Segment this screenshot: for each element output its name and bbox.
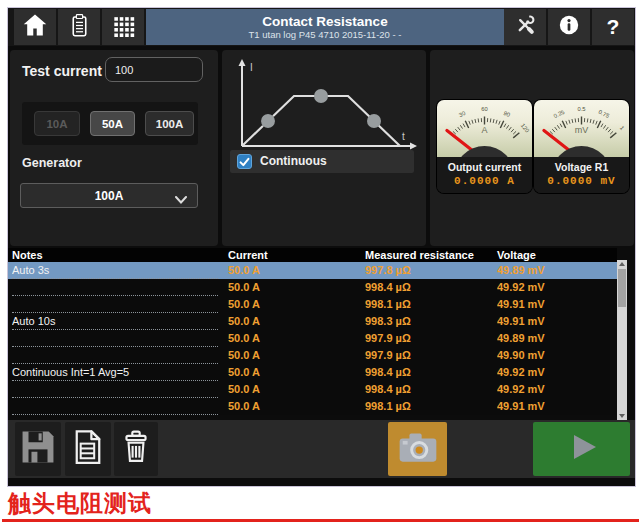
svg-text:30: 30: [458, 110, 466, 118]
page-subtitle: T1 utan log P45 4710 2015-11-20 - -: [249, 29, 402, 40]
cell-current: 50.0 A: [228, 279, 365, 296]
gauge-name: Voltage R1: [534, 161, 629, 174]
cell-resistance: 997.8 µΩ: [365, 262, 497, 279]
svg-text:1: 1: [619, 125, 626, 131]
screenshot-button[interactable]: [388, 422, 447, 476]
scroll-up-icon[interactable]: [617, 260, 627, 268]
column-header-notes: Notes: [12, 248, 228, 262]
preset-button-50a[interactable]: 50A: [90, 111, 135, 136]
cell-current: 50.0 A: [228, 296, 365, 313]
cell-resistance: 997.9 µΩ: [365, 347, 497, 364]
home-icon: [22, 12, 48, 42]
page-title: Contact Resistance: [262, 14, 387, 29]
report-button[interactable]: [65, 422, 111, 476]
column-header-current: Current: [228, 248, 365, 262]
check-icon: [239, 157, 250, 167]
cell-voltage: 49.89 mV: [497, 262, 617, 279]
preset-group: 10A 50A 100A: [22, 102, 198, 145]
cell-current: 50.0 A: [228, 347, 365, 364]
generator-selected-value: 100A: [95, 189, 124, 203]
camera-icon: [396, 427, 440, 471]
menu-button[interactable]: [102, 9, 144, 45]
cell-notes: [12, 330, 218, 347]
info-button[interactable]: [548, 9, 590, 45]
cell-voltage: 49.91 mV: [497, 296, 617, 313]
caption-underline: [2, 519, 639, 522]
app-screenshot: Contact Resistance T1 utan log P45 4710 …: [8, 8, 635, 486]
cell-current: 50.0 A: [228, 364, 365, 381]
cell-current: 50.0 A: [228, 330, 365, 347]
preset-button-100a[interactable]: 100A: [145, 111, 194, 136]
table-row[interactable]: Continuous Int=1 Avg=5 50.0 A 998.4 µΩ 4…: [8, 364, 617, 381]
table-row[interactable]: 50.0 A 997.9 µΩ 49.89 mV: [8, 330, 617, 347]
bottom-toolbar: [8, 420, 635, 478]
cell-notes: [12, 398, 218, 415]
svg-text:0.25: 0.25: [553, 109, 566, 119]
home-button[interactable]: [14, 9, 56, 45]
table-row[interactable]: 50.0 A 998.4 µΩ 49.92 mV: [8, 381, 617, 398]
test-current-panel: Test current 10A 50A 100A Generator 100A: [10, 50, 218, 246]
cell-current: 50.0 A: [228, 381, 365, 398]
trash-icon: [119, 426, 153, 472]
cell-voltage: 49.91 mV: [497, 313, 617, 330]
svg-text:0.75: 0.75: [598, 109, 611, 119]
settings-button[interactable]: [504, 9, 546, 45]
scroll-down-icon[interactable]: [617, 412, 627, 420]
save-button[interactable]: [15, 422, 61, 476]
cell-voltage: 49.92 mV: [497, 364, 617, 381]
table-row[interactable]: Auto 10s 50.0 A 998.3 µΩ 49.91 mV: [8, 313, 617, 330]
scrollbar-thumb[interactable]: [618, 269, 626, 307]
cell-resistance: 998.1 µΩ: [365, 398, 497, 415]
continuous-label: Continuous: [260, 154, 327, 168]
test-current-label: Test current: [22, 63, 102, 79]
generator-label: Generator: [22, 156, 82, 170]
notes-button[interactable]: [58, 9, 100, 45]
svg-text:120: 120: [520, 122, 531, 133]
column-header-voltage: Voltage: [497, 248, 617, 262]
cell-resistance: 997.9 µΩ: [365, 330, 497, 347]
generator-dropdown[interactable]: 100A: [20, 183, 198, 208]
start-button[interactable]: [533, 422, 630, 476]
table-row[interactable]: 50.0 A 997.9 µΩ 49.90 mV: [8, 347, 617, 364]
gauge-dial: 0.250.50.751mV: [534, 100, 629, 157]
gauge-value: 0.0000 mV: [534, 174, 629, 188]
cell-notes: Auto 10s: [12, 313, 218, 330]
column-header-resistance: Measured resistance: [365, 248, 497, 262]
results-table-header: Notes Current Measured resistance Voltag…: [8, 248, 617, 262]
cell-voltage: 49.90 mV: [497, 347, 617, 364]
preset-button-10a[interactable]: 10A: [34, 111, 80, 136]
axis-arrow-right: [410, 143, 417, 150]
test-current-input[interactable]: [105, 57, 203, 82]
svg-text:A: A: [481, 125, 487, 135]
svg-text:60: 60: [481, 106, 487, 112]
svg-text:mV: mV: [575, 125, 589, 135]
cell-notes: Auto 3s: [12, 262, 218, 279]
current-profile-graph: I t: [230, 56, 422, 154]
delete-button[interactable]: [114, 422, 158, 476]
play-icon: [562, 427, 602, 471]
table-scrollbar[interactable]: [617, 260, 627, 420]
cell-resistance: 998.1 µΩ: [365, 296, 497, 313]
floppy-icon: [19, 426, 57, 472]
header-bar: Contact Resistance T1 utan log P45 4710 …: [8, 8, 635, 46]
clipboard-icon: [67, 12, 92, 43]
svg-text:90: 90: [503, 110, 511, 118]
cell-notes: Continuous Int=1 Avg=5: [12, 364, 218, 381]
axis-arrow-up: [239, 59, 246, 66]
table-row[interactable]: 50.0 A 998.1 µΩ 49.91 mV: [8, 296, 617, 313]
current-profile-panel: I t Continuous: [222, 50, 426, 246]
table-row[interactable]: 50.0 A 998.4 µΩ 49.92 mV: [8, 279, 617, 296]
table-row[interactable]: 50.0 A 998.1 µΩ 49.91 mV: [8, 398, 617, 415]
gauge-value: 0.0000 A: [437, 174, 532, 188]
table-row[interactable]: Auto 3s 50.0 A 997.8 µΩ 49.89 mV: [8, 262, 617, 279]
cell-notes: [12, 381, 218, 398]
gauge-dial: 306090120A: [437, 100, 532, 157]
cell-voltage: 49.89 mV: [497, 330, 617, 347]
title-box: Contact Resistance T1 utan log P45 4710 …: [146, 9, 504, 45]
continuous-checkbox[interactable]: [237, 154, 252, 169]
gauges-panel: 306090120A Output current 0.0000 A 0.250…: [430, 50, 634, 246]
x-axis-label: t: [402, 131, 405, 142]
help-button[interactable]: ?: [592, 9, 634, 45]
document-icon: [70, 426, 106, 472]
cell-resistance: 998.4 µΩ: [365, 364, 497, 381]
